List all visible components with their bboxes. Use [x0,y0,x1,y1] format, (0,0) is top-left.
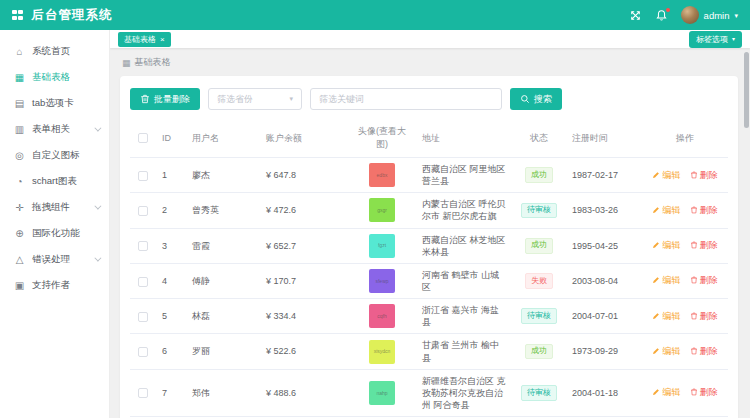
cell-register-date: 1983-03-26 [566,193,642,228]
tag-options-button[interactable]: 标签选项 ▾ [689,31,742,48]
column-header-date: 注册时间 [566,119,642,158]
row-checkbox[interactable] [138,277,148,287]
form-icon: ▥ [14,124,25,135]
avatar-thumbnail[interactable]: xisydcn [369,340,395,364]
cell-id: 2 [156,193,186,228]
tab-label: 基础表格 [124,34,156,45]
tab-basic-table[interactable]: 基础表格 × [118,32,171,47]
user-menu[interactable]: admin ▾ [681,6,738,24]
delete-button[interactable]: 删除 [690,310,718,322]
row-checkbox[interactable] [138,241,148,251]
cell-id: 4 [156,263,186,298]
chart-icon: ◔ [14,176,25,187]
edit-button[interactable]: 编辑 [652,310,680,322]
cell-register-date: 2004-07-01 [566,299,642,334]
edit-button[interactable]: 编辑 [652,239,680,251]
close-icon[interactable]: × [160,35,165,44]
column-header-address: 地址 [416,119,512,158]
sidebar-item-label: schart图表 [32,175,77,188]
cell-balance: ¥ 472.6 [260,193,348,228]
keyword-input[interactable] [310,88,502,110]
i18n-icon: ⊕ [14,228,25,239]
cell-register-date: 1995-04-25 [566,228,642,263]
batch-delete-button[interactable]: 批量删除 [130,88,200,110]
avatar-thumbnail[interactable]: cqfh [369,304,395,328]
sidebar-item-8[interactable]: △ 错误处理 [0,246,109,272]
warning-icon: △ [14,254,25,265]
province-select[interactable]: 筛选省份 ▾ [208,88,302,110]
cell-username: 曾秀英 [186,193,260,228]
bell-icon[interactable] [655,9,668,22]
sidebar-item-2[interactable]: ▤ tab选项卡 [0,90,109,116]
table-row: 6 罗丽 ¥ 522.6 xisydcn 甘肃省 兰州市 榆中县 成功 1973… [130,334,728,369]
avatar-thumbnail[interactable]: fgzt [369,234,395,258]
avatar-thumbnail[interactable]: sfewp [369,269,395,293]
avatar-thumbnail[interactable]: nahp [369,381,395,405]
row-checkbox[interactable] [138,171,148,181]
cell-balance: ¥ 170.7 [260,263,348,298]
row-checkbox[interactable] [138,206,148,216]
sidebar-item-label: 错误处理 [32,253,70,266]
chevron-down-icon: ▾ [732,36,735,42]
cell-balance: ¥ 334.4 [260,299,348,334]
fullscreen-icon[interactable] [629,9,642,22]
delete-button[interactable]: 删除 [690,239,718,251]
edit-button[interactable]: 编辑 [652,169,680,181]
sidebar-item-5[interactable]: ◔ schart图表 [0,168,109,194]
row-checkbox[interactable] [138,312,148,322]
sidebar-item-1[interactable]: ▦ 基础表格 [0,64,109,90]
sidebar-item-label: 表单相关 [32,123,70,136]
home-icon: ⌂ [14,46,25,57]
table-row: 2 曾秀英 ¥ 472.6 gxgr 内蒙古自治区 呼伦贝尔市 新巴尔虎右旗 待… [130,193,728,228]
edit-button[interactable]: 编辑 [652,204,680,216]
sidebar-item-6[interactable]: ✛ 拖拽组件 [0,194,109,220]
content-area: ▦ 基础表格 批量删除 筛选省份 ▾ [110,48,750,418]
row-checkbox[interactable] [138,347,148,357]
chevron-down-icon [94,254,101,261]
column-header-operations: 操作 [642,119,728,158]
cell-balance: ¥ 652.7 [260,228,348,263]
chevron-down-icon [94,202,101,209]
status-badge: 成功 [525,344,553,360]
delete-button[interactable]: 删除 [690,204,718,216]
cell-id: 5 [156,299,186,334]
delete-button[interactable]: 删除 [690,274,718,286]
sidebar-item-3[interactable]: ▥ 表单相关 [0,116,109,142]
cell-username: 罗丽 [186,334,260,369]
cell-register-date: 1987-02-17 [566,158,642,193]
app-title: 后台管理系统 [32,7,113,24]
column-header-balance: 账户余额 [260,119,348,158]
column-header-username: 用户名 [186,119,260,158]
avatar-thumbnail[interactable]: gxgr [369,198,395,222]
tags-bar: 基础表格 × 标签选项 ▾ [110,30,750,48]
delete-button[interactable]: 删除 [690,386,718,398]
sidebar-item-0[interactable]: ⌂ 系统首页 [0,38,109,64]
table-row: 4 傅静 ¥ 170.7 sfewp 河南省 鹤壁市 山城区 失败 2003-0… [130,263,728,298]
sidebar-item-7[interactable]: ⊕ 国际化功能 [0,220,109,246]
cell-address: 内蒙古自治区 呼伦贝尔市 新巴尔虎右旗 [416,193,512,228]
table-row: 7 郑伟 ¥ 488.6 nahp 新疆维吾尔自治区 克孜勒苏柯尔克孜自治州 阿… [130,369,728,416]
sidebar-item-4[interactable]: ◎ 自定义图标 [0,142,109,168]
delete-button[interactable]: 删除 [690,345,718,357]
user-avatar[interactable] [681,6,699,24]
sidebar-item-9[interactable]: ▣ 支持作者 [0,272,109,298]
avatar-thumbnail[interactable]: edbx [369,163,395,187]
sidebar-item-label: 自定义图标 [32,149,80,162]
edit-button[interactable]: 编辑 [652,345,680,357]
table-row: 1 廖杰 ¥ 647.8 edbx 西藏自治区 阿里地区 普兰县 成功 1987… [130,158,728,193]
search-button[interactable]: 搜索 [510,88,562,110]
row-checkbox[interactable] [138,388,148,398]
sidebar-item-label: 支持作者 [32,279,70,292]
status-badge: 待审核 [521,203,557,219]
status-badge: 待审核 [521,308,557,324]
cell-username: 林磊 [186,299,260,334]
cell-balance: ¥ 647.8 [260,158,348,193]
select-all-checkbox[interactable] [138,133,148,143]
column-header-status: 状态 [512,119,566,158]
edit-button[interactable]: 编辑 [652,274,680,286]
delete-button[interactable]: 删除 [690,169,718,181]
scrollbar-thumb[interactable] [744,52,749,128]
chevron-down-icon: ▾ [734,12,738,19]
cell-address: 西藏自治区 林芝地区 米林县 [416,228,512,263]
edit-button[interactable]: 编辑 [652,386,680,398]
